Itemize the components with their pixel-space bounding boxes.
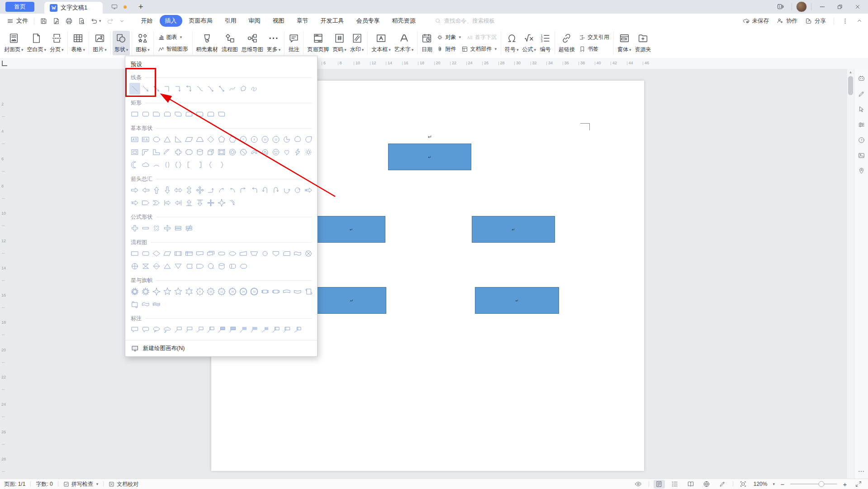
shape-curvedDown[interactable] [227, 197, 238, 209]
shape-cloudCallout[interactable] [162, 324, 173, 336]
toolbar-编号-button[interactable]: 123编号 [538, 31, 553, 55]
shape-curveArrow2[interactable] [216, 83, 227, 95]
location-icon[interactable] [858, 167, 865, 175]
shape-borderCallout1[interactable] [270, 324, 281, 336]
shape-trapezoid[interactable] [194, 134, 205, 145]
shape-curvedRibbon[interactable] [281, 286, 292, 297]
toolbar-页码-button[interactable]: 页码▾ [331, 31, 348, 55]
toolbar-图标-button[interactable]: 图标▾ [134, 31, 152, 55]
shape-curvedRight[interactable] [216, 184, 227, 196]
shape-star32[interactable]: 32 [249, 286, 260, 297]
shape-flowCollate[interactable] [140, 260, 151, 272]
shape-scribble[interactable] [249, 83, 260, 95]
file-menu-button[interactable]: 文件 [0, 17, 34, 25]
shape-star12[interactable]: 12 [216, 286, 227, 297]
shape-flowSequential[interactable] [205, 260, 216, 272]
outline-icon[interactable] [669, 480, 681, 489]
shape-star5[interactable] [162, 286, 173, 297]
shape-flowDirect[interactable] [227, 260, 238, 272]
tab-home[interactable]: 首页 [5, 2, 34, 12]
toolbar-批注-button[interactable]: 批注 [286, 31, 301, 55]
shape-explosion2[interactable] [140, 286, 151, 297]
shape-rightTriangle[interactable] [173, 134, 184, 145]
shape-curvedRibbon2[interactable] [292, 286, 303, 297]
shape-elbow[interactable] [162, 83, 173, 95]
fit-page-icon[interactable] [738, 480, 749, 489]
shape-flowMerge[interactable] [173, 260, 184, 272]
shape-flowOr[interactable] [129, 260, 140, 272]
shape-rectCallout[interactable] [129, 324, 140, 336]
shape-curve[interactable] [194, 83, 205, 95]
shape-textAE[interactable] [129, 134, 140, 145]
shape-lineCallout2[interactable] [184, 324, 194, 336]
shape-bevel[interactable] [216, 146, 227, 158]
shape-parallelogram[interactable] [184, 134, 194, 145]
shape-noSymbol[interactable] [238, 146, 249, 158]
shape-can[interactable] [194, 146, 205, 158]
shape-dodecagon[interactable]: 12 [270, 134, 281, 145]
shape-accentCallout1[interactable] [205, 324, 216, 336]
shape-arrowDown[interactable] [162, 184, 173, 196]
zoom-in-button[interactable]: + [842, 480, 848, 488]
readmode-icon[interactable] [685, 480, 697, 489]
select-tool-icon[interactable] [858, 105, 865, 113]
ribbon-tab-会员专享[interactable]: 会员专享 [351, 15, 385, 27]
shape-rightTBar[interactable] [162, 197, 173, 209]
shape-bracketRight[interactable] [194, 159, 205, 171]
shape-freeform[interactable] [227, 83, 238, 95]
shape-freeClosed[interactable] [238, 83, 249, 95]
shape-cube[interactable] [205, 146, 216, 158]
toolbar-公式-button[interactable]: 公式▾ [520, 31, 538, 55]
toolbar-流程图-button[interactable]: 流程图 [220, 31, 240, 55]
shape-flowDecision[interactable] [151, 248, 162, 259]
shape-flowManualInput[interactable] [238, 248, 249, 259]
shape-bentArrow[interactable] [238, 184, 249, 196]
new-tab-button[interactable]: + [135, 1, 147, 13]
zoom-slider-handle[interactable] [818, 481, 824, 487]
shape-snipSame[interactable] [162, 108, 173, 120]
shape-flowData[interactable] [162, 248, 173, 259]
shape-chord[interactable] [292, 134, 303, 145]
toolbar-页眉页脚-button[interactable]: 页眉页脚 [305, 31, 331, 55]
shape-star8[interactable]: 8 [194, 286, 205, 297]
shape-flowDisplay[interactable] [238, 260, 249, 272]
shape-circularArrow[interactable] [292, 184, 303, 196]
tab-document[interactable]: 文字文稿1 [44, 2, 103, 14]
minimize-button[interactable] [816, 1, 829, 13]
toolbar-窗体-button[interactable]: 窗体▾ [616, 31, 633, 55]
document-shape-rectangle[interactable]: ↵ [317, 287, 386, 314]
toolbar-表格-button[interactable]: 表格▾ [70, 31, 87, 55]
shape-braceLeft[interactable] [205, 159, 216, 171]
shape-cloud[interactable] [140, 159, 151, 171]
shape-uTurnUp[interactable] [281, 184, 292, 196]
shape-doubleWave[interactable] [151, 298, 162, 310]
status-字数: 0[interactable]: 字数: 0 [36, 480, 52, 488]
shape-flowPredefined[interactable] [173, 248, 184, 259]
shape-smiley[interactable] [270, 146, 281, 158]
shape-leftTBar[interactable] [173, 197, 184, 209]
assistant-icon[interactable] [858, 75, 865, 82]
shape-roundRect[interactable] [140, 108, 151, 120]
ribbon-tab-审阅[interactable]: 审阅 [243, 15, 266, 27]
shape-blockArc[interactable] [249, 146, 260, 158]
document-shape-rectangle[interactable]: ↵ [317, 216, 385, 243]
new-drawing-canvas-item[interactable]: 新建绘图画布(N) [125, 340, 317, 356]
shape-accentBorderCallout1[interactable] [238, 324, 249, 336]
shape-flowCard[interactable] [281, 248, 292, 259]
shape-heart[interactable] [281, 146, 292, 158]
save-icon[interactable] [40, 17, 47, 25]
shape-rect[interactable] [129, 108, 140, 120]
shape-borderCallout2[interactable] [281, 324, 292, 336]
shape-donut[interactable] [227, 146, 238, 158]
ribbon-tab-章节[interactable]: 章节 [291, 15, 314, 27]
shape-sun[interactable] [303, 146, 314, 158]
webview-icon[interactable] [701, 480, 712, 489]
vertical-scrollbar[interactable]: ▲ [847, 69, 854, 479]
toolbar-空白页-button[interactable]: 空白页▾ [25, 31, 48, 55]
adjust-tools-icon[interactable] [858, 121, 865, 129]
shape-downPedestal[interactable] [194, 197, 205, 209]
shape-roundDiag[interactable] [216, 108, 227, 120]
toolbar-书签-button[interactable]: 书签 [579, 45, 598, 53]
toolbar-超链接-button[interactable]: 超链接 [557, 31, 577, 55]
document-shape-rectangle[interactable]: ↵ [388, 144, 471, 170]
